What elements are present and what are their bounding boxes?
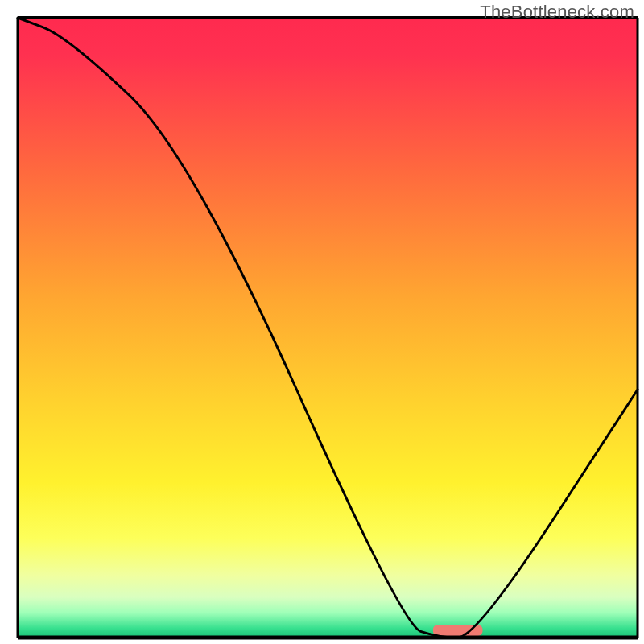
chart-container: TheBottleneck.com — [0, 0, 644, 644]
plot-background — [18, 18, 638, 638]
bottleneck-chart — [0, 0, 644, 644]
watermark-text: TheBottleneck.com — [480, 2, 634, 23]
